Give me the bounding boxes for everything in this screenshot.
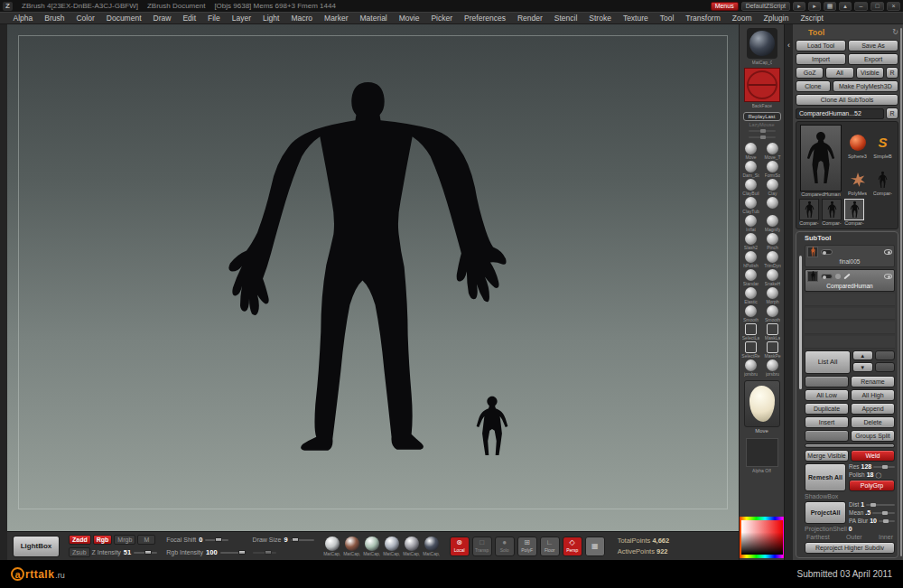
matcap-thumb[interactable]: MatCap, (363, 537, 381, 556)
menu-item[interactable]: Brush (39, 13, 70, 23)
menu-item[interactable]: Light (257, 13, 285, 23)
color-picker[interactable] (739, 517, 784, 558)
reproject-higher-subdiv-button[interactable]: Reproject Higher Subdiv (805, 542, 895, 554)
subtool-up-alt-button[interactable] (875, 350, 896, 360)
menus-toggle-button[interactable]: Menus (711, 2, 739, 11)
matcap-thumb[interactable]: MatCap, (343, 537, 361, 556)
tool-thumb-compared[interactable]: Compar- (870, 162, 895, 196)
lightbox-button[interactable]: LightBox (13, 536, 60, 557)
view-toggle-button[interactable]: ◇ Persp (563, 537, 582, 556)
subtool-toggle[interactable] (821, 249, 833, 255)
brush-thumb[interactable]: TrimDyn (764, 251, 782, 268)
remesh-polish-slider[interactable]: Polish 18 ◯ (849, 471, 895, 478)
menu-item[interactable]: Macro (285, 13, 319, 23)
brush-thumb[interactable]: MaskPe (764, 341, 782, 359)
goz-r-button[interactable]: R (886, 67, 898, 79)
menu-item[interactable]: Stroke (583, 13, 618, 23)
outer-button[interactable]: Outer (846, 534, 862, 540)
delete-button[interactable]: Delete (851, 416, 895, 428)
menu-item[interactable]: Marker (319, 13, 354, 23)
menu-item[interactable]: Draw (147, 13, 177, 23)
layout-split-icon[interactable]: ▸ (793, 2, 805, 11)
menu-item[interactable]: File (202, 13, 227, 23)
clone-button[interactable]: Clone (796, 80, 831, 92)
tool-thumb-compared-selected[interactable]: Compar- (844, 199, 864, 226)
config-icon[interactable]: ▴ (839, 2, 852, 11)
visibility-eye-icon[interactable] (884, 249, 892, 255)
import-button[interactable]: Import (796, 53, 846, 65)
m-button[interactable]: M (137, 535, 155, 545)
current-brush-thumb[interactable] (744, 380, 780, 427)
remesh-all-button[interactable]: Remesh All (805, 463, 846, 491)
merge-visible-button[interactable]: Merge Visible (805, 450, 849, 462)
focal-shift-slider[interactable]: Focal Shift 0 (166, 535, 228, 546)
brush-thumb[interactable]: FormSo (764, 161, 782, 178)
brush-thumb[interactable]: Dam_St (742, 161, 760, 178)
export-button[interactable]: Export (848, 53, 898, 65)
groups-split-button[interactable]: Groups Split (851, 430, 895, 442)
view-toggle-button[interactable]: ⊛ Local (450, 537, 470, 556)
brush-thumb[interactable]: Slash2 (742, 233, 760, 250)
restore-button[interactable]: □ (870, 2, 884, 11)
active-tool-thumb[interactable]: ComparedHuman (799, 125, 842, 197)
shadowbox-button[interactable]: ShadowBox (805, 493, 895, 499)
tool-thumb-compared[interactable]: Compar- (799, 199, 819, 226)
brush-thumb[interactable]: Smooth (742, 305, 760, 322)
view-toggle-button[interactable]: □ Transp (472, 537, 492, 556)
visibility-eye-icon[interactable] (884, 274, 892, 279)
load-tool-button[interactable]: Load Tool (796, 40, 846, 51)
rgb-button[interactable]: Rgb (93, 535, 113, 545)
tool-thumb-compared[interactable]: Compar- (822, 199, 842, 226)
project-all-button[interactable]: ProjectAll (805, 501, 846, 524)
duplicate-button[interactable]: Duplicate (805, 403, 849, 415)
menu-item[interactable]: Alpha (7, 13, 39, 23)
clone-all-subtools-button[interactable]: Clone All SubTools (796, 94, 898, 106)
all-low-button[interactable]: All Low (805, 389, 849, 401)
active-tool-name[interactable]: ComparedHuman...52 (796, 108, 884, 119)
default-zscript-button[interactable]: DefaultZScript (741, 2, 790, 11)
brush-thumb[interactable]: Morph (764, 287, 782, 304)
menu-item[interactable]: Stencil (548, 13, 583, 23)
palette-icon[interactable]: ▦ (824, 2, 836, 11)
menu-item[interactable]: Zscript (795, 13, 830, 23)
menu-item[interactable]: Layer (226, 13, 256, 23)
subtool-down-alt-button[interactable] (875, 362, 896, 372)
color-picker-square[interactable] (741, 520, 783, 555)
all-high-button[interactable]: All High (851, 389, 895, 401)
view-toggle-button[interactable]: ▦ (585, 537, 605, 556)
matcap-thumb[interactable]: MatCap, (383, 537, 401, 556)
draw-size-slider[interactable]: Draw Size 9 (253, 535, 314, 546)
matcap-thumb[interactable]: MatCap, (323, 537, 341, 556)
menu-item[interactable]: Zplugin (758, 13, 795, 23)
brush-thumb[interactable]: ClayTub (742, 197, 760, 214)
z-intensity-slider[interactable]: Z Intensity 51 (92, 547, 158, 558)
brush-thumb[interactable]: Clay (764, 179, 782, 196)
shelf-slider-2[interactable] (749, 136, 776, 138)
menu-item[interactable]: Texture (617, 13, 654, 23)
make-polymesh3d-button[interactable]: Make PolyMesh3D (833, 80, 898, 92)
list-all-button[interactable]: List All (805, 350, 851, 374)
subtool-toggle[interactable] (821, 274, 833, 279)
brush-thumb[interactable]: Smooth (764, 305, 782, 322)
reload-icon[interactable]: ↻ (892, 28, 898, 36)
menu-item[interactable]: Color (70, 13, 100, 23)
project-mean-slider[interactable]: Mean .5 (849, 509, 895, 516)
current-alpha-thumb[interactable] (746, 438, 778, 467)
zsub-button[interactable]: Zsub (69, 547, 90, 557)
brush-thumb[interactable]: ClayBuil (742, 179, 760, 196)
menu-item[interactable]: Document (100, 13, 147, 23)
subtool-header[interactable]: SubTool (805, 234, 895, 243)
view-toggle-button[interactable]: ⊞ PolyF (517, 537, 537, 556)
subtool-item-selected[interactable]: ComparedHuman (805, 269, 895, 292)
brush-thumb[interactable]: Move_T (764, 143, 782, 160)
insert-button[interactable]: Insert (805, 416, 849, 428)
brush-thumb[interactable]: SnakeH (764, 269, 782, 286)
view-toggle-button[interactable]: ∟ Floor (540, 537, 560, 556)
brush-thumb[interactable]: SelectLa (742, 323, 760, 341)
zadd-button[interactable]: Zadd (69, 535, 91, 545)
menu-item[interactable]: Picker (425, 13, 459, 23)
rgb-intensity-slider[interactable]: Rgb Intensity 100 (166, 547, 243, 558)
brush-thumb[interactable]: SelectRe (742, 341, 760, 359)
subtool-up-button[interactable]: ▲ (852, 350, 873, 360)
brush-thumb[interactable]: MaskLa (764, 323, 782, 341)
